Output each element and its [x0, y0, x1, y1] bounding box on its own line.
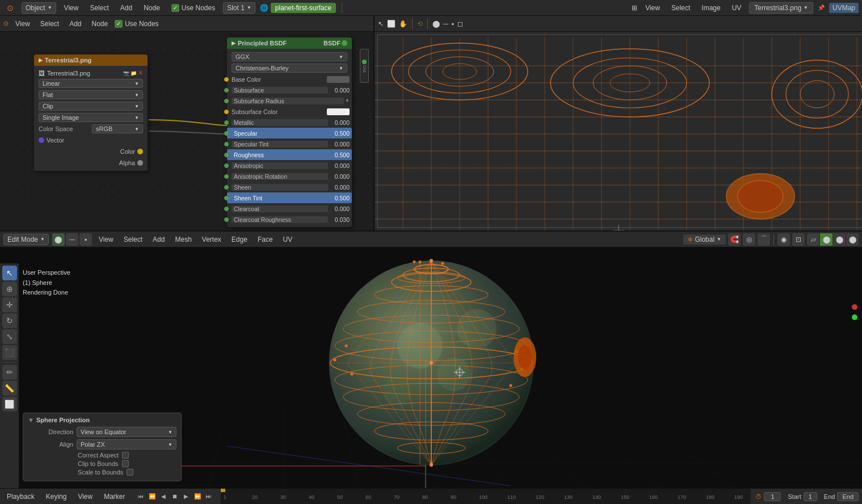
- global-selector[interactable]: ⊕ Global ▼: [683, 234, 726, 245]
- ss-color-swatch[interactable]: [327, 108, 350, 115]
- vp-face-menu[interactable]: Face: [254, 234, 276, 245]
- ne-use-nodes-toggle[interactable]: ✓ Use Nodes: [115, 20, 158, 28]
- bsdf-row-specular[interactable]: Specular 0.500: [227, 128, 352, 138]
- play-btn[interactable]: ▶: [181, 492, 191, 502]
- ne-use-nodes-checkbox[interactable]: ✓: [115, 20, 123, 28]
- clip-dropdown[interactable]: Clip ▼: [39, 102, 143, 111]
- output-node[interactable]: Out: [360, 49, 369, 83]
- scale-tool-btn[interactable]: ⤡: [2, 329, 17, 344]
- bsdf-row-basecolor[interactable]: Base Color: [227, 74, 352, 85]
- extension-dropdown[interactable]: Flat ▼: [39, 90, 143, 99]
- align-dropdown[interactable]: Polar ZX ▼: [77, 439, 176, 450]
- rotate-tool-btn[interactable]: ↻: [2, 313, 17, 328]
- marker-menu[interactable]: Marker: [100, 492, 128, 502]
- ne-select-menu[interactable]: Select: [37, 19, 62, 29]
- xray-btn[interactable]: ⊡: [792, 233, 805, 246]
- playback-menu[interactable]: Playback: [3, 492, 38, 502]
- measure-btn[interactable]: 📏: [2, 381, 17, 396]
- bsdf-row-anisotropic[interactable]: Anisotropic 0.000: [227, 160, 352, 171]
- uv-face-icon[interactable]: ▪: [452, 20, 454, 28]
- ne-view-menu[interactable]: View: [12, 19, 33, 29]
- use-nodes-toggle[interactable]: ✓ Use Nodes: [168, 3, 218, 13]
- frame-ruler[interactable]: 1 20 30 40 50 60 70 80 90 100 110 120 13…: [221, 489, 751, 504]
- vp-mesh-menu[interactable]: Mesh: [171, 234, 195, 245]
- uv-cursor-icon[interactable]: ↖: [378, 20, 384, 28]
- uv-grab-icon[interactable]: ✋: [399, 20, 407, 28]
- bsdf-row-sheen[interactable]: Sheen 0.000: [227, 182, 352, 192]
- bsdf-row-specular-tint[interactable]: Specular Tint 0.000: [227, 138, 352, 149]
- bsdf-row-metallic[interactable]: Metallic 0.000: [227, 117, 352, 128]
- blender-menu[interactable]: ⊙: [3, 2, 17, 14]
- select-tool-btn[interactable]: ↖: [2, 266, 17, 280]
- stop-btn[interactable]: ⏹: [170, 492, 180, 502]
- add-cube-btn[interactable]: ⬜: [2, 397, 17, 411]
- vp-uv-menu[interactable]: UV: [280, 234, 296, 245]
- uv-menu[interactable]: UV: [729, 3, 745, 13]
- bsdf-row-sheen-tint[interactable]: Sheen Tint 0.500: [227, 192, 352, 203]
- edge-mode-btn[interactable]: ─: [66, 233, 78, 246]
- face-mode-btn[interactable]: ▪: [79, 233, 92, 246]
- edit-mode-selector[interactable]: Edit Mode ▼: [3, 234, 49, 245]
- proportional-type-btn[interactable]: ⌒: [758, 233, 770, 246]
- distribution-dropdown[interactable]: GGX ▼: [232, 52, 347, 61]
- render-shading[interactable]: ⬤: [846, 233, 859, 246]
- texture-name-field[interactable]: Terrestrial3.png ▼: [749, 2, 813, 14]
- texture-node[interactable]: ▶ Terrestrial3.png 🖼 Terrestrial3.png 📷 …: [34, 54, 148, 171]
- projection-dropdown[interactable]: Single Image ▼: [39, 113, 143, 122]
- end-frame-input[interactable]: End: [837, 492, 859, 501]
- annotate-btn[interactable]: ✏: [2, 365, 17, 380]
- img-x-icon[interactable]: ✕: [138, 69, 143, 77]
- slot-selector[interactable]: Slot 1 ▼: [223, 2, 255, 14]
- jump-end-btn[interactable]: ⏭: [204, 492, 214, 502]
- snap-btn[interactable]: 🧲: [728, 233, 741, 246]
- colorspace-dropdown[interactable]: sRGB ▼: [92, 124, 143, 133]
- vp-add-menu[interactable]: Add: [149, 234, 168, 245]
- wireframe-shading[interactable]: ▱: [807, 233, 819, 246]
- scene-tab[interactable]: 🌐 planet-first-surface: [260, 3, 336, 13]
- viewport-content[interactable]: User Perspective (1) Sphere Rendering Do…: [0, 247, 862, 504]
- ne-node-menu[interactable]: Node: [89, 19, 112, 29]
- uv-sync-icon[interactable]: ⟲: [417, 20, 423, 28]
- solid-shading[interactable]: ⬤: [820, 233, 832, 246]
- next-frame-btn[interactable]: ⏩: [192, 492, 203, 502]
- timeline-view-menu[interactable]: View: [74, 492, 96, 502]
- bsdf-row-subsurface[interactable]: Subsurface 0.000: [227, 85, 352, 95]
- view3-menu[interactable]: View: [642, 3, 663, 13]
- direction-dropdown[interactable]: View on Equator ▼: [77, 427, 176, 437]
- vert-mode-btn[interactable]: ⬤: [52, 233, 65, 246]
- play-back-btn[interactable]: ◀: [158, 492, 169, 502]
- cursor-tool-btn[interactable]: ⊕: [2, 282, 17, 296]
- overlay-btn[interactable]: ◉: [777, 233, 790, 246]
- node-canvas[interactable]: ▶ Terrestrial3.png 🖼 Terrestrial3.png 📷 …: [0, 32, 373, 215]
- clip-bounds-checkbox[interactable]: [122, 460, 129, 467]
- bsdf-row-roughness[interactable]: Roughness 0.500: [227, 149, 352, 160]
- prev-frame-btn[interactable]: ⏪: [147, 492, 157, 502]
- object-mode-selector[interactable]: Object ▼: [22, 2, 56, 14]
- bsdf-row-anisotropic-rotation[interactable]: Anisotropic Rotation 0.000: [227, 171, 352, 182]
- ne-add-menu[interactable]: Add: [66, 19, 85, 29]
- vp-select-menu[interactable]: Select: [120, 234, 146, 245]
- subsurface-method-dropdown[interactable]: Christensen-Burley ▼: [232, 64, 347, 73]
- transform-tool-btn[interactable]: ⬛: [2, 345, 17, 360]
- uv-island-icon[interactable]: ◻: [457, 20, 463, 28]
- start-frame-input[interactable]: 1: [804, 492, 817, 501]
- bsdf-row-clearcoat-roughness[interactable]: Clearcoat Roughness 0.030: [227, 214, 352, 225]
- sp-collapse-icon[interactable]: ▼: [28, 417, 34, 423]
- select-menu[interactable]: Select: [86, 3, 112, 13]
- basecolor-swatch[interactable]: [327, 76, 350, 83]
- vp-view-menu[interactable]: View: [95, 234, 117, 245]
- interpolation-dropdown[interactable]: Linear ▼: [39, 79, 143, 88]
- scale-bounds-checkbox[interactable]: [127, 469, 133, 476]
- proportional-edit-btn[interactable]: ◎: [743, 233, 755, 246]
- uv-edge-icon[interactable]: ─: [443, 20, 448, 28]
- uv-canvas[interactable]: [375, 32, 862, 230]
- correct-aspect-checkbox[interactable]: [122, 452, 129, 459]
- current-frame-input[interactable]: 1: [764, 492, 781, 501]
- bsdf-node[interactable]: ▶ Principled BSDF BSDF GGX: [227, 37, 352, 227]
- material-shading[interactable]: ⬤: [833, 233, 846, 246]
- image-menu[interactable]: Image: [698, 3, 724, 13]
- use-nodes-checkbox[interactable]: ✓: [171, 4, 179, 12]
- bsdf-row-subsurface-color[interactable]: Subsurface Color: [227, 106, 352, 117]
- node-menu[interactable]: Node: [140, 3, 163, 13]
- jump-start-btn[interactable]: ⏮: [136, 492, 146, 502]
